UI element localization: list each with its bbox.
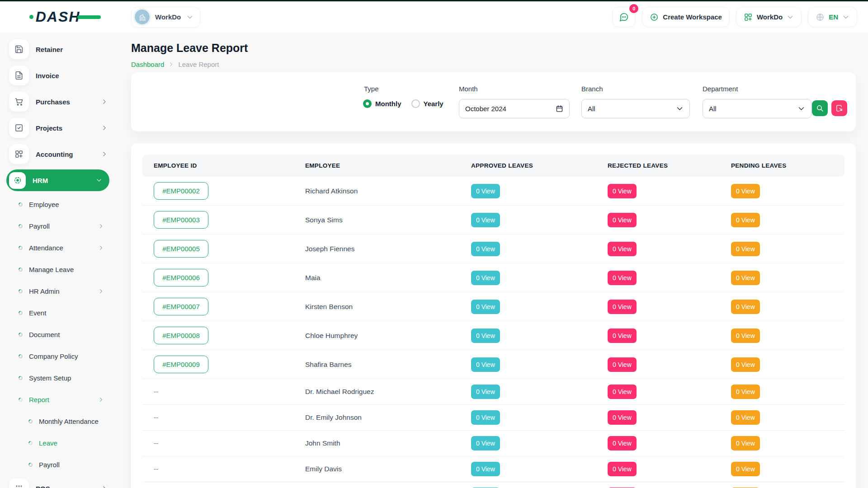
chevron-down-icon xyxy=(797,105,805,113)
sidebar-item-manage-leave[interactable]: Manage Leave xyxy=(0,258,116,280)
employee-id-button[interactable]: #EMP00006 xyxy=(154,269,208,286)
sidebar-item-invoice[interactable]: Invoice xyxy=(0,62,116,89)
sidebar-item-purchases[interactable]: Purchases xyxy=(0,89,116,115)
type-radio-monthly[interactable]: Monthly xyxy=(363,99,401,108)
pending-leaves-view-button[interactable]: 0 View xyxy=(731,184,760,198)
sidebar-item-projects[interactable]: Projects xyxy=(0,115,116,141)
employee-id-button[interactable]: #EMP00002 xyxy=(154,182,208,200)
sidebar-item-attendance[interactable]: Attendance xyxy=(0,237,116,258)
sidebar-item-payroll-report[interactable]: Payroll xyxy=(0,454,116,475)
sidebar-item-leave[interactable]: Leave xyxy=(0,432,116,454)
rejected-leaves-view-button[interactable]: 0 View xyxy=(608,328,637,343)
pending-leaves-view-button[interactable]: 0 View xyxy=(731,385,760,399)
bullet-ring-icon xyxy=(18,202,24,207)
check-square-icon xyxy=(9,118,29,138)
rejected-leaves-view-button[interactable]: 0 View xyxy=(608,436,637,450)
chevron-right-icon xyxy=(101,125,108,131)
language-selector[interactable]: EN xyxy=(808,7,857,27)
type-radio-yearly[interactable]: Yearly xyxy=(411,99,443,108)
month-input[interactable]: October 2024 xyxy=(459,99,570,118)
bullet-ring-icon xyxy=(18,397,24,403)
messages-button[interactable]: 0 xyxy=(612,7,636,27)
workspace-switcher[interactable]: WorkDo xyxy=(131,7,200,28)
invoice-icon xyxy=(9,66,29,85)
approved-leaves-view-button[interactable]: 0 View xyxy=(471,271,500,285)
approved-leaves-view-button[interactable]: 0 View xyxy=(471,462,500,476)
branch-select[interactable]: All xyxy=(581,99,690,118)
sidebar-item-monthly-attendance[interactable]: Monthly Attendance xyxy=(0,410,116,432)
sidebar-item-event[interactable]: Event xyxy=(0,302,116,324)
employee-id-button[interactable]: #EMP00003 xyxy=(154,211,208,229)
sidebar-item-retainer[interactable]: Retainer xyxy=(0,36,116,62)
employee-id-button[interactable]: #EMP00007 xyxy=(154,298,208,315)
sidebar-item-accounting[interactable]: Accounting xyxy=(0,141,116,167)
sidebar-item-system-setup[interactable]: System Setup xyxy=(0,367,116,389)
building-icon xyxy=(138,13,146,21)
radio-icon xyxy=(411,99,420,108)
approved-leaves-view-button[interactable]: 0 View xyxy=(471,300,500,314)
sidebar-item-document[interactable]: Document xyxy=(0,324,116,345)
pending-leaves-view-button[interactable]: 0 View xyxy=(731,436,760,450)
rejected-leaves-view-button[interactable]: 0 View xyxy=(608,385,637,399)
rejected-leaves-view-button[interactable]: 0 View xyxy=(608,462,637,476)
logo-area: DASH xyxy=(0,9,116,25)
table-row: --Dr. Michael Rodriguez0 View0 View0 Vie… xyxy=(142,379,844,405)
sidebar-item-label: Attendance xyxy=(29,244,63,252)
pending-leaves-view-button[interactable]: 0 View xyxy=(731,300,760,314)
table-row: #EMP00007Kirsten Benson0 View0 View0 Vie… xyxy=(142,292,844,321)
sidebar-item-employee[interactable]: Employee xyxy=(0,193,116,215)
chevron-right-icon xyxy=(98,397,104,403)
rejected-leaves-view-button[interactable]: 0 View xyxy=(608,213,637,227)
leave-report-table-card: EMPLOYEE IDEMPLOYEEAPPROVED LEAVESREJECT… xyxy=(131,143,856,488)
employee-id-button[interactable]: #EMP00005 xyxy=(154,240,208,258)
rejected-leaves-view-button[interactable]: 0 View xyxy=(608,410,637,425)
sidebar-item-payroll[interactable]: Payroll xyxy=(0,215,116,237)
approved-leaves-view-button[interactable]: 0 View xyxy=(471,328,500,343)
create-workspace-button[interactable]: Create Workspace xyxy=(642,7,730,27)
workdo-menu-button[interactable]: WorkDo xyxy=(736,7,802,27)
sidebar-item-hr-admin[interactable]: HR Admin xyxy=(0,280,116,302)
employee-id-button[interactable]: #EMP00008 xyxy=(154,327,208,344)
employee-name: Dr. Emily Johnson xyxy=(305,413,362,421)
approved-leaves-view-button[interactable]: 0 View xyxy=(471,213,500,227)
sidebar-item-hrm[interactable]: HRM xyxy=(6,169,109,191)
search-button[interactable] xyxy=(812,100,828,116)
pending-leaves-view-button[interactable]: 0 View xyxy=(731,213,760,227)
approved-leaves-view-button[interactable]: 0 View xyxy=(471,357,500,372)
pos-icon xyxy=(9,479,29,488)
sidebar-item-company-policy[interactable]: Company Policy xyxy=(0,345,116,367)
export-button[interactable] xyxy=(831,100,847,116)
approved-leaves-view-button[interactable]: 0 View xyxy=(471,436,500,450)
approved-leaves-view-button[interactable]: 0 View xyxy=(471,242,500,256)
rejected-leaves-view-button[interactable]: 0 View xyxy=(608,184,637,198)
sidebar-item-label: System Setup xyxy=(29,374,71,382)
bullet-ring-icon xyxy=(28,440,33,446)
rejected-leaves-view-button[interactable]: 0 View xyxy=(608,300,637,314)
pending-leaves-view-button[interactable]: 0 View xyxy=(731,357,760,372)
department-select[interactable]: All xyxy=(703,99,811,118)
rejected-leaves-view-button[interactable]: 0 View xyxy=(608,242,637,256)
approved-leaves-view-button[interactable]: 0 View xyxy=(471,385,500,399)
rejected-leaves-view-button[interactable]: 0 View xyxy=(608,271,637,285)
pending-leaves-view-button[interactable]: 0 View xyxy=(731,271,760,285)
approved-leaves-view-button[interactable]: 0 View xyxy=(471,410,500,425)
pending-leaves-view-button[interactable]: 0 View xyxy=(731,328,760,343)
table-row: #EMP00006Maia0 View0 View0 View xyxy=(142,263,844,292)
bullet-ring-icon xyxy=(18,245,24,251)
approved-leaves-view-button[interactable]: 0 View xyxy=(471,184,500,198)
sidebar-item-report[interactable]: Report xyxy=(0,389,116,410)
breadcrumb-dashboard-link[interactable]: Dashboard xyxy=(131,61,164,68)
pending-leaves-view-button[interactable]: 0 View xyxy=(731,410,760,425)
bullet-ring-icon xyxy=(18,267,24,272)
save-icon xyxy=(9,39,29,59)
rejected-leaves-view-button[interactable]: 0 View xyxy=(608,357,637,372)
dash-logo[interactable]: DASH xyxy=(36,9,80,25)
sidebar-nav: RetainerInvoicePurchasesProjectsAccounti… xyxy=(0,36,116,488)
employee-name: John Smith xyxy=(305,439,340,447)
employee-id-button[interactable]: #EMP00009 xyxy=(154,356,208,373)
column-header: EMPLOYEE ID xyxy=(142,155,294,177)
sidebar-item-pos[interactable]: POS xyxy=(0,475,116,488)
chevron-down-icon xyxy=(96,177,102,183)
pending-leaves-view-button[interactable]: 0 View xyxy=(731,242,760,256)
pending-leaves-view-button[interactable]: 0 View xyxy=(731,462,760,476)
